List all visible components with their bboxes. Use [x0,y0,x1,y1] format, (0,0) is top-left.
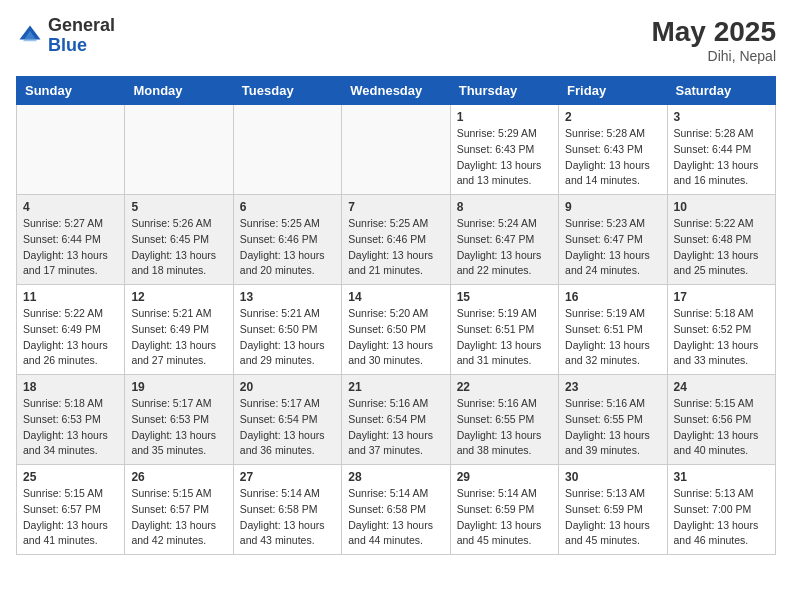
calendar-cell: 16Sunrise: 5:19 AM Sunset: 6:51 PM Dayli… [559,285,667,375]
title-block: May 2025 Dihi, Nepal [651,16,776,64]
day-info: Sunrise: 5:16 AM Sunset: 6:55 PM Dayligh… [565,396,660,459]
logo: General Blue [16,16,115,56]
calendar-cell [125,105,233,195]
day-info: Sunrise: 5:15 AM Sunset: 6:56 PM Dayligh… [674,396,769,459]
calendar-cell: 5Sunrise: 5:26 AM Sunset: 6:45 PM Daylig… [125,195,233,285]
day-info: Sunrise: 5:25 AM Sunset: 6:46 PM Dayligh… [348,216,443,279]
day-number: 25 [23,470,118,484]
logo-text: General Blue [48,16,115,56]
calendar-cell: 12Sunrise: 5:21 AM Sunset: 6:49 PM Dayli… [125,285,233,375]
calendar-table: SundayMondayTuesdayWednesdayThursdayFrid… [16,76,776,555]
day-number: 5 [131,200,226,214]
calendar-cell: 9Sunrise: 5:23 AM Sunset: 6:47 PM Daylig… [559,195,667,285]
day-info: Sunrise: 5:17 AM Sunset: 6:54 PM Dayligh… [240,396,335,459]
calendar-cell: 2Sunrise: 5:28 AM Sunset: 6:43 PM Daylig… [559,105,667,195]
logo-general: General [48,15,115,35]
day-number: 30 [565,470,660,484]
day-info: Sunrise: 5:15 AM Sunset: 6:57 PM Dayligh… [131,486,226,549]
weekday-header-friday: Friday [559,77,667,105]
calendar-week-row: 1Sunrise: 5:29 AM Sunset: 6:43 PM Daylig… [17,105,776,195]
calendar-cell: 6Sunrise: 5:25 AM Sunset: 6:46 PM Daylig… [233,195,341,285]
day-number: 29 [457,470,552,484]
day-number: 17 [674,290,769,304]
day-info: Sunrise: 5:17 AM Sunset: 6:53 PM Dayligh… [131,396,226,459]
day-info: Sunrise: 5:21 AM Sunset: 6:50 PM Dayligh… [240,306,335,369]
day-number: 27 [240,470,335,484]
day-number: 31 [674,470,769,484]
day-number: 13 [240,290,335,304]
day-number: 14 [348,290,443,304]
day-number: 4 [23,200,118,214]
day-info: Sunrise: 5:20 AM Sunset: 6:50 PM Dayligh… [348,306,443,369]
calendar-cell: 24Sunrise: 5:15 AM Sunset: 6:56 PM Dayli… [667,375,775,465]
calendar-cell: 4Sunrise: 5:27 AM Sunset: 6:44 PM Daylig… [17,195,125,285]
day-info: Sunrise: 5:14 AM Sunset: 6:59 PM Dayligh… [457,486,552,549]
day-info: Sunrise: 5:14 AM Sunset: 6:58 PM Dayligh… [348,486,443,549]
logo-icon [16,22,44,50]
page-header: General Blue May 2025 Dihi, Nepal [16,16,776,64]
day-info: Sunrise: 5:18 AM Sunset: 6:52 PM Dayligh… [674,306,769,369]
day-number: 18 [23,380,118,394]
day-info: Sunrise: 5:29 AM Sunset: 6:43 PM Dayligh… [457,126,552,189]
day-info: Sunrise: 5:22 AM Sunset: 6:48 PM Dayligh… [674,216,769,279]
weekday-header-wednesday: Wednesday [342,77,450,105]
calendar-cell: 21Sunrise: 5:16 AM Sunset: 6:54 PM Dayli… [342,375,450,465]
calendar-cell: 10Sunrise: 5:22 AM Sunset: 6:48 PM Dayli… [667,195,775,285]
calendar-week-row: 4Sunrise: 5:27 AM Sunset: 6:44 PM Daylig… [17,195,776,285]
calendar-cell: 30Sunrise: 5:13 AM Sunset: 6:59 PM Dayli… [559,465,667,555]
calendar-cell: 29Sunrise: 5:14 AM Sunset: 6:59 PM Dayli… [450,465,558,555]
day-info: Sunrise: 5:22 AM Sunset: 6:49 PM Dayligh… [23,306,118,369]
day-number: 28 [348,470,443,484]
calendar-cell: 26Sunrise: 5:15 AM Sunset: 6:57 PM Dayli… [125,465,233,555]
day-info: Sunrise: 5:14 AM Sunset: 6:58 PM Dayligh… [240,486,335,549]
day-info: Sunrise: 5:24 AM Sunset: 6:47 PM Dayligh… [457,216,552,279]
day-number: 8 [457,200,552,214]
calendar-cell: 28Sunrise: 5:14 AM Sunset: 6:58 PM Dayli… [342,465,450,555]
day-info: Sunrise: 5:16 AM Sunset: 6:54 PM Dayligh… [348,396,443,459]
calendar-cell: 19Sunrise: 5:17 AM Sunset: 6:53 PM Dayli… [125,375,233,465]
day-info: Sunrise: 5:13 AM Sunset: 7:00 PM Dayligh… [674,486,769,549]
day-info: Sunrise: 5:27 AM Sunset: 6:44 PM Dayligh… [23,216,118,279]
day-info: Sunrise: 5:19 AM Sunset: 6:51 PM Dayligh… [457,306,552,369]
day-info: Sunrise: 5:28 AM Sunset: 6:43 PM Dayligh… [565,126,660,189]
day-number: 23 [565,380,660,394]
day-info: Sunrise: 5:21 AM Sunset: 6:49 PM Dayligh… [131,306,226,369]
day-number: 2 [565,110,660,124]
day-number: 16 [565,290,660,304]
month-year: May 2025 [651,16,776,48]
weekday-header-saturday: Saturday [667,77,775,105]
day-info: Sunrise: 5:23 AM Sunset: 6:47 PM Dayligh… [565,216,660,279]
day-number: 15 [457,290,552,304]
day-number: 6 [240,200,335,214]
calendar-cell: 27Sunrise: 5:14 AM Sunset: 6:58 PM Dayli… [233,465,341,555]
calendar-cell: 31Sunrise: 5:13 AM Sunset: 7:00 PM Dayli… [667,465,775,555]
calendar-week-row: 11Sunrise: 5:22 AM Sunset: 6:49 PM Dayli… [17,285,776,375]
weekday-header-sunday: Sunday [17,77,125,105]
calendar-week-row: 25Sunrise: 5:15 AM Sunset: 6:57 PM Dayli… [17,465,776,555]
weekday-header-monday: Monday [125,77,233,105]
day-info: Sunrise: 5:28 AM Sunset: 6:44 PM Dayligh… [674,126,769,189]
day-number: 3 [674,110,769,124]
day-info: Sunrise: 5:19 AM Sunset: 6:51 PM Dayligh… [565,306,660,369]
calendar-cell: 13Sunrise: 5:21 AM Sunset: 6:50 PM Dayli… [233,285,341,375]
calendar-cell: 25Sunrise: 5:15 AM Sunset: 6:57 PM Dayli… [17,465,125,555]
day-info: Sunrise: 5:15 AM Sunset: 6:57 PM Dayligh… [23,486,118,549]
calendar-cell [342,105,450,195]
weekday-header-tuesday: Tuesday [233,77,341,105]
location: Dihi, Nepal [651,48,776,64]
day-number: 9 [565,200,660,214]
calendar-cell: 3Sunrise: 5:28 AM Sunset: 6:44 PM Daylig… [667,105,775,195]
calendar-week-row: 18Sunrise: 5:18 AM Sunset: 6:53 PM Dayli… [17,375,776,465]
calendar-cell: 17Sunrise: 5:18 AM Sunset: 6:52 PM Dayli… [667,285,775,375]
calendar-cell: 1Sunrise: 5:29 AM Sunset: 6:43 PM Daylig… [450,105,558,195]
calendar-cell: 18Sunrise: 5:18 AM Sunset: 6:53 PM Dayli… [17,375,125,465]
day-number: 10 [674,200,769,214]
day-number: 26 [131,470,226,484]
calendar-cell: 11Sunrise: 5:22 AM Sunset: 6:49 PM Dayli… [17,285,125,375]
calendar-cell [17,105,125,195]
day-number: 21 [348,380,443,394]
day-number: 7 [348,200,443,214]
logo-blue: Blue [48,35,87,55]
calendar-cell: 14Sunrise: 5:20 AM Sunset: 6:50 PM Dayli… [342,285,450,375]
day-info: Sunrise: 5:25 AM Sunset: 6:46 PM Dayligh… [240,216,335,279]
